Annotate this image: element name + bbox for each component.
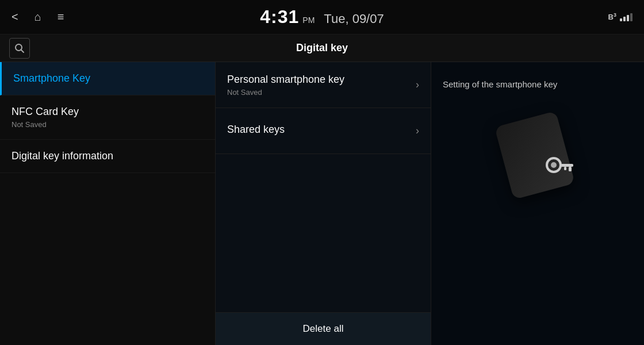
right-panel-description: Setting of the smartphone key — [443, 79, 557, 89]
search-button[interactable] — [9, 38, 30, 59]
smartphone-key-illustration — [492, 112, 584, 193]
sidebar-item-nfc-label: NFC Card Key — [12, 106, 204, 118]
sidebar-item-nfc-subtitle: Not Saved — [12, 120, 204, 129]
search-icon — [14, 43, 25, 53]
delete-all-label: Delete all — [303, 323, 344, 334]
personal-key-subtitle: Not Saved — [227, 88, 410, 97]
signal-area: B3 — [608, 12, 632, 21]
shared-keys-item[interactable]: Shared keys › — [216, 108, 431, 154]
sidebar-item-info-label: Digital key information — [12, 150, 204, 162]
sidebar-item-smartphone-key[interactable]: Smartphone Key — [0, 62, 215, 95]
sidebar-item-smartphone-key-label: Smartphone Key — [13, 72, 204, 85]
svg-rect-6 — [564, 167, 566, 170]
date-display: Tue, 09/07 — [324, 12, 384, 26]
svg-line-1 — [21, 49, 24, 52]
personal-key-content: Personal smartphone key Not Saved — [227, 74, 410, 97]
shared-keys-content: Shared keys — [227, 124, 410, 138]
svg-rect-4 — [559, 164, 573, 167]
home-icon[interactable]: ⌂ — [34, 10, 41, 24]
page-title: Digital key — [296, 42, 348, 54]
chevron-right-icon: › — [416, 79, 419, 91]
top-bar-nav: < ⌂ ≡ — [12, 10, 64, 24]
signal-bars-icon — [620, 12, 632, 21]
svg-rect-5 — [569, 167, 572, 171]
sidebar-item-digital-key-info[interactable]: Digital key information — [0, 140, 215, 173]
clock-area: 4:31 PM Tue, 09/07 — [260, 6, 384, 28]
back-icon[interactable]: < — [12, 10, 18, 24]
key-icon — [543, 152, 578, 187]
main-content: Smartphone Key NFC Card Key Not Saved Di… — [0, 62, 644, 345]
time-display: 4:31 — [260, 6, 299, 28]
top-bar: < ⌂ ≡ 4:31 PM Tue, 09/07 B3 — [0, 0, 644, 34]
ampm-display: PM — [302, 16, 315, 25]
menu-icon[interactable]: ≡ — [57, 10, 64, 24]
personal-smartphone-key-item[interactable]: Personal smartphone key Not Saved › — [216, 62, 431, 108]
personal-key-title: Personal smartphone key — [227, 74, 410, 86]
svg-point-3 — [551, 162, 557, 168]
shared-keys-title: Shared keys — [227, 124, 410, 136]
title-bar: Digital key — [0, 34, 644, 62]
delete-all-button[interactable]: Delete all — [216, 312, 431, 345]
left-panel: Smartphone Key NFC Card Key Not Saved Di… — [0, 62, 216, 345]
right-panel: Setting of the smartphone key — [431, 62, 644, 345]
middle-spacer — [216, 154, 431, 312]
network-label: B3 — [608, 12, 616, 21]
chevron-right-icon-shared: › — [416, 125, 419, 137]
middle-panel: Personal smartphone key Not Saved › Shar… — [216, 62, 431, 345]
sidebar-item-nfc-card-key[interactable]: NFC Card Key Not Saved — [0, 95, 215, 140]
